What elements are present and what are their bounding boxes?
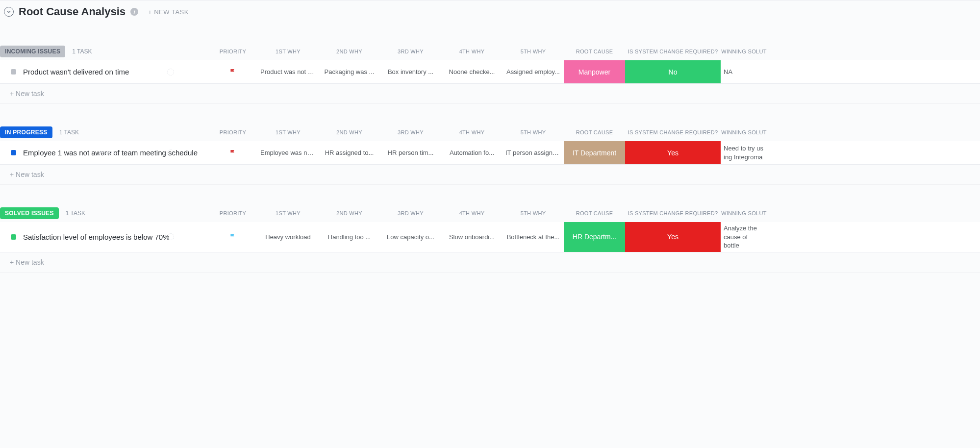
group-task-count: 1 TASK (72, 48, 92, 55)
group-section: SOLVED ISSUES 1 TASK PRIORITY 1ST WHY 2N… (0, 204, 980, 273)
col-header-why3[interactable]: 3RD WHY (380, 129, 441, 135)
header-new-task-button[interactable]: + NEW TASK (148, 8, 189, 16)
group-header-row: IN PROGRESS 1 TASK PRIORITY 1ST WHY 2ND … (0, 124, 980, 141)
cell-winning-solution[interactable]: NA (721, 60, 767, 83)
cell-winning-solution[interactable]: Analyze the cause of bottle (721, 222, 767, 252)
cell-why2[interactable]: Handling too ... (319, 222, 380, 252)
col-header-why1[interactable]: 1ST WHY (257, 210, 319, 216)
assignee-placeholder-icon[interactable] (167, 149, 174, 156)
task-name-cell[interactable]: Employee 1 was not aware of team meeting… (0, 141, 208, 164)
assignee-placeholder-icon[interactable] (167, 69, 174, 75)
col-header-priority[interactable]: PRIORITY (208, 49, 257, 54)
status-dot-icon[interactable] (11, 150, 16, 155)
task-row[interactable]: Employee 1 was not aware of team meeting… (0, 141, 980, 165)
col-header-why3[interactable]: 3RD WHY (380, 49, 441, 54)
group-section: IN PROGRESS 1 TASK PRIORITY 1ST WHY 2ND … (0, 124, 980, 185)
col-header-why2[interactable]: 2ND WHY (319, 129, 380, 135)
new-task-button[interactable]: + New task (0, 84, 980, 104)
cell-why1[interactable]: Employee was not b... (257, 141, 319, 164)
column-headers: PRIORITY 1ST WHY 2ND WHY 3RD WHY 4TH WHY… (208, 49, 980, 54)
col-header-why2[interactable]: 2ND WHY (319, 210, 380, 216)
page-header: Root Cause Analysis i + NEW TASK (0, 0, 980, 23)
new-task-button[interactable]: + New task (0, 165, 980, 185)
column-headers: PRIORITY 1ST WHY 2ND WHY 3RD WHY 4TH WHY… (208, 210, 980, 216)
cell-winning-solution[interactable]: Need to try us ing Integroma (721, 141, 767, 164)
col-header-why5[interactable]: 5TH WHY (503, 49, 564, 54)
group-status-pill[interactable]: INCOMING ISSUES (0, 46, 65, 57)
cell-system-change[interactable]: Yes (625, 222, 721, 252)
cell-why4[interactable]: Automation fo... (441, 141, 503, 164)
group-task-count: 1 TASK (66, 210, 85, 217)
col-header-system-change[interactable]: IS SYSTEM CHANGE REQUIRED? (625, 210, 721, 216)
cell-priority[interactable] (208, 222, 257, 252)
cell-why1[interactable]: Heavy workload (257, 222, 319, 252)
group-section: INCOMING ISSUES 1 TASK PRIORITY 1ST WHY … (0, 43, 980, 104)
col-header-winning-solution[interactable]: WINNING SOLUT (721, 129, 767, 135)
col-header-priority[interactable]: PRIORITY (208, 210, 257, 216)
task-row[interactable]: Product wasn't delivered on time Product… (0, 60, 980, 84)
new-task-button[interactable]: + New task (0, 252, 980, 273)
task-name[interactable]: Product wasn't delivered on time (23, 67, 129, 77)
group-status-pill[interactable]: IN PROGRESS (0, 126, 52, 138)
col-header-why1[interactable]: 1ST WHY (257, 49, 319, 54)
cell-why1[interactable]: Product was not rea... (257, 60, 319, 83)
cell-why4[interactable]: Noone checke... (441, 60, 503, 83)
cell-why5[interactable]: Assigned employ... (503, 60, 564, 83)
cell-root-cause[interactable]: Manpower (564, 60, 625, 83)
col-header-why1[interactable]: 1ST WHY (257, 129, 319, 135)
info-icon[interactable]: i (130, 8, 138, 16)
group-status-pill[interactable]: SOLVED ISSUES (0, 207, 59, 219)
col-header-system-change[interactable]: IS SYSTEM CHANGE REQUIRED? (625, 129, 721, 135)
task-name-cell[interactable]: Satisfaction level of employees is below… (0, 222, 208, 252)
col-header-winning-solution[interactable]: WINNING SOLUT (721, 210, 767, 216)
status-dot-icon[interactable] (11, 234, 16, 240)
col-header-why4[interactable]: 4TH WHY (441, 49, 503, 54)
cell-why3[interactable]: HR person tim... (380, 141, 441, 164)
col-header-root-cause[interactable]: ROOT CAUSE (564, 49, 625, 54)
cell-why4[interactable]: Slow onboardi... (441, 222, 503, 252)
status-dot-icon[interactable] (11, 69, 16, 75)
task-name-cell[interactable]: Product wasn't delivered on time (0, 60, 208, 83)
group-header-row: SOLVED ISSUES 1 TASK PRIORITY 1ST WHY 2N… (0, 204, 980, 222)
col-header-system-change[interactable]: IS SYSTEM CHANGE REQUIRED? (625, 49, 721, 54)
cell-priority[interactable] (208, 141, 257, 164)
col-header-why4[interactable]: 4TH WHY (441, 210, 503, 216)
cell-system-change[interactable]: No (625, 60, 721, 83)
cell-why5[interactable]: Bottleneck at the... (503, 222, 564, 252)
cell-why2[interactable]: HR assigned to... (319, 141, 380, 164)
col-header-why3[interactable]: 3RD WHY (380, 210, 441, 216)
col-header-why5[interactable]: 5TH WHY (503, 129, 564, 135)
column-headers: PRIORITY 1ST WHY 2ND WHY 3RD WHY 4TH WHY… (208, 129, 980, 135)
cell-why5[interactable]: IT person assigne... (503, 141, 564, 164)
cell-root-cause[interactable]: IT Department (564, 141, 625, 164)
col-header-root-cause[interactable]: ROOT CAUSE (564, 210, 625, 216)
group-header-row: INCOMING ISSUES 1 TASK PRIORITY 1ST WHY … (0, 43, 980, 60)
cell-why2[interactable]: Packaging was ... (319, 60, 380, 83)
col-header-root-cause[interactable]: ROOT CAUSE (564, 129, 625, 135)
cell-why3[interactable]: Box inventory ... (380, 60, 441, 83)
col-header-why4[interactable]: 4TH WHY (441, 129, 503, 135)
assignee-placeholder-icon[interactable] (167, 233, 174, 240)
cell-priority[interactable] (208, 60, 257, 83)
task-name[interactable]: Satisfaction level of employees is below… (23, 232, 170, 242)
group-task-count: 1 TASK (59, 129, 79, 136)
col-header-winning-solution[interactable]: WINNING SOLUT (721, 49, 767, 54)
task-row[interactable]: Satisfaction level of employees is below… (0, 222, 980, 252)
cell-system-change[interactable]: Yes (625, 141, 721, 164)
cell-root-cause[interactable]: HR Departm... (564, 222, 625, 252)
collapse-toggle-icon[interactable] (4, 7, 14, 17)
page-title: Root Cause Analysis (19, 5, 126, 18)
cell-why3[interactable]: Low capacity o... (380, 222, 441, 252)
col-header-why5[interactable]: 5TH WHY (503, 210, 564, 216)
col-header-priority[interactable]: PRIORITY (208, 129, 257, 135)
col-header-why2[interactable]: 2ND WHY (319, 49, 380, 54)
